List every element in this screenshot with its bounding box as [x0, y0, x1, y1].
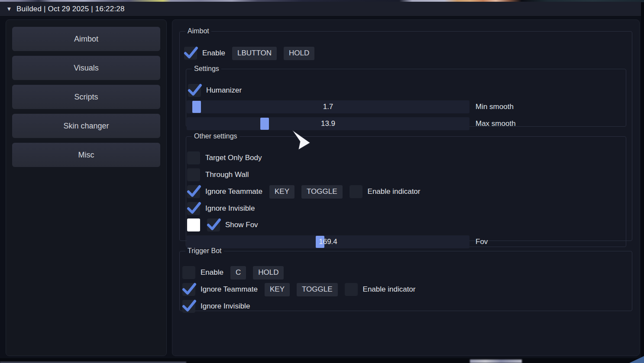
sidebar-item-aimbot[interactable]: Aimbot	[12, 27, 160, 51]
aimbot-enable-label: Enable	[202, 49, 225, 58]
check-icon	[186, 184, 202, 198]
check-icon	[183, 46, 199, 60]
through-wall-label: Through Wall	[205, 170, 249, 179]
aimbot-enable-indicator-checkbox[interactable]	[350, 185, 362, 198]
check-icon	[206, 218, 222, 231]
min-smooth-slider[interactable]: 1.7	[187, 100, 469, 113]
aimbot-ignore-teammate-checkbox[interactable]	[187, 185, 200, 198]
aimbot-enable-checkbox[interactable]	[184, 47, 197, 60]
other-settings-group-title: Other settings	[192, 132, 239, 140]
aimbot-enable-row: Enable LBUTTON HOLD	[184, 47, 314, 60]
trigger-enable-indicator-checkbox[interactable]	[345, 283, 358, 296]
show-fov-label: Show Fov	[225, 221, 258, 229]
trigger-ignore-teammate-keymode-button[interactable]: TOGGLE	[297, 283, 338, 296]
aimbot-enable-indicator-label: Enable indicator	[368, 187, 421, 196]
fov-value: 169.4	[187, 235, 469, 248]
window-title: Builded | Oct 29 2025 | 16:22:28	[16, 5, 125, 13]
aimbot-group: Aimbot Enable LBUTTON HOLD Settings Huma…	[179, 27, 632, 241]
trigger-enable-checkbox[interactable]	[182, 266, 195, 279]
humanizer-label: Humanizer	[206, 86, 242, 95]
trigger-ignore-teammate-row: Ignore Teammate KEY TOGGLE Enable indica…	[182, 283, 415, 296]
titlebar: ▼ Builded | Oct 29 2025 | 16:22:28	[0, 2, 641, 16]
trigger-keymode-button[interactable]: HOLD	[253, 266, 284, 279]
show-fov-checkbox[interactable]	[207, 218, 220, 231]
through-wall-checkbox[interactable]	[187, 168, 200, 181]
show-fov-row: Show Fov	[187, 218, 258, 231]
check-icon	[181, 299, 197, 313]
aimbot-ignore-invisible-label: Ignore Invisible	[205, 204, 255, 213]
trigger-ignore-teammate-keybind-button[interactable]: KEY	[265, 283, 290, 296]
max-smooth-slider[interactable]: 13.9	[187, 117, 469, 130]
aimbot-ignore-teammate-label: Ignore Teammate	[205, 187, 262, 196]
max-smooth-row: 13.9 Max smooth	[187, 117, 516, 130]
sidebar-item-skin-changer[interactable]: Skin changer	[12, 114, 160, 138]
game-background-triangle	[629, 356, 644, 363]
trigger-enable-row: Enable C HOLD	[182, 266, 284, 279]
max-smooth-value: 13.9	[187, 117, 469, 130]
check-icon	[181, 282, 197, 296]
aimbot-keymode-button[interactable]: HOLD	[284, 47, 314, 60]
aimbot-ignore-teammate-row: Ignore Teammate KEY TOGGLE Enable indica…	[187, 185, 420, 198]
trigger-bot-group-title: Trigger Bot	[185, 247, 224, 255]
fov-slider[interactable]: 169.4	[187, 235, 469, 248]
settings-group-title: Settings	[192, 65, 221, 73]
sidebar-item-visuals[interactable]: Visuals	[12, 56, 160, 80]
trigger-ignore-teammate-label: Ignore Teammate	[201, 285, 258, 294]
collapse-triangle-icon[interactable]: ▼	[2, 6, 16, 12]
through-wall-row: Through Wall	[187, 168, 249, 181]
main-panel: Aimbot Enable LBUTTON HOLD Settings Huma…	[172, 19, 640, 356]
target-only-body-row: Target Only Body	[187, 151, 262, 164]
trigger-ignore-invisible-checkbox[interactable]	[182, 300, 195, 313]
trigger-ignore-invisible-label: Ignore Invisible	[201, 302, 250, 311]
humanizer-checkbox[interactable]	[188, 84, 201, 97]
check-icon	[187, 83, 203, 97]
trigger-keybind-button[interactable]: C	[230, 266, 246, 279]
trigger-enable-label: Enable	[201, 268, 223, 277]
aimbot-group-title: Aimbot	[185, 27, 211, 35]
check-icon	[186, 201, 202, 215]
trigger-ignore-invisible-row: Ignore Invisible	[182, 300, 250, 313]
humanizer-row: Humanizer	[188, 84, 242, 97]
min-smooth-label: Min smooth	[476, 103, 514, 111]
target-only-body-checkbox[interactable]	[187, 151, 200, 164]
max-smooth-label: Max smooth	[476, 119, 516, 128]
aimbot-ignore-teammate-keymode-button[interactable]: TOGGLE	[301, 185, 343, 199]
sidebar-item-misc[interactable]: Misc	[12, 143, 160, 167]
trigger-ignore-teammate-checkbox[interactable]	[182, 283, 195, 296]
aimbot-keybind-button[interactable]: LBUTTON	[232, 47, 277, 60]
trigger-enable-indicator-label: Enable indicator	[363, 285, 416, 294]
sidebar: Aimbot Visuals Scripts Skin changer Misc	[6, 19, 167, 356]
min-smooth-row: 1.7 Min smooth	[187, 100, 514, 113]
game-background-glow	[470, 360, 522, 363]
fov-slider-row: 169.4 Fov	[187, 235, 488, 248]
aimbot-ignore-teammate-keybind-button[interactable]: KEY	[269, 185, 294, 199]
min-smooth-value: 1.7	[187, 100, 469, 113]
aimbot-ignore-invisible-row: Ignore Invisible	[187, 202, 255, 215]
fov-color-swatch[interactable]	[187, 218, 200, 231]
aimbot-ignore-invisible-checkbox[interactable]	[187, 202, 200, 215]
sidebar-item-scripts[interactable]: Scripts	[12, 85, 160, 109]
trigger-bot-group: Trigger Bot Enable C HOLD Ignore Teammat…	[179, 247, 632, 311]
target-only-body-label: Target Only Body	[205, 154, 262, 162]
other-settings-group: Other settings Target Only Body Through …	[186, 132, 626, 247]
fov-label: Fov	[476, 238, 488, 246]
settings-group: Settings Humanizer 1.7 Min smooth 13.9	[186, 65, 626, 127]
